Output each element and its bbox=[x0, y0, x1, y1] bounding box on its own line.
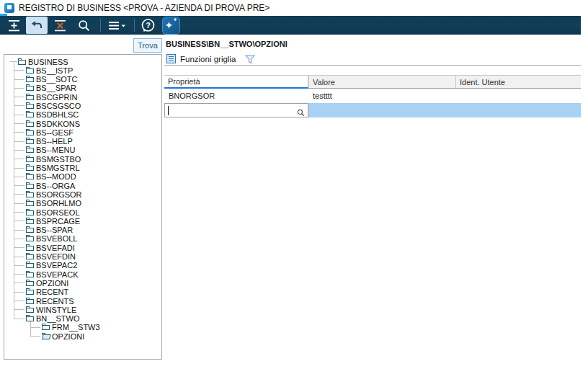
column-header-ident-utente[interactable]: Ident. Utente bbox=[455, 76, 581, 88]
tree-item-bs--gesf[interactable]: BS--GESF bbox=[4, 128, 161, 136]
tree-item-bsvepack[interactable]: BSVEPACK bbox=[4, 270, 161, 278]
selected-row-highlight[interactable] bbox=[308, 103, 581, 117]
tree-item-bsdkkons[interactable]: BSDKKONS bbox=[4, 119, 161, 128]
tree-item-label: OPZIONI bbox=[36, 279, 68, 288]
tree-item-bs--orga[interactable]: BS--ORGA bbox=[4, 181, 161, 190]
tree-item-bsprcage[interactable]: BSPRCAGE bbox=[4, 216, 161, 225]
toolbar-separator bbox=[100, 19, 101, 32]
folder-icon bbox=[26, 271, 35, 278]
tree-item-bs__istp[interactable]: BS__ISTP bbox=[4, 66, 161, 74]
tree-item-label: BS--MENU bbox=[36, 146, 75, 154]
tree-item-business[interactable]: BUSINESS bbox=[4, 57, 161, 66]
tree-item-bsorhlmo[interactable]: BSORHLMO bbox=[4, 199, 161, 208]
tree-item-bs--spar[interactable]: BS--SPAR bbox=[4, 226, 161, 234]
properties-grid: ProprietàValoreIdent. Utente BNORGSORtes… bbox=[164, 75, 581, 118]
tree-item-bsdbhlsc[interactable]: BSDBHLSC bbox=[4, 110, 161, 119]
tree-item-bsvefdin[interactable]: BSVEFDIN bbox=[4, 252, 161, 261]
tree-item-bsmgstbo[interactable]: BSMGSTBO bbox=[4, 154, 161, 163]
folder-icon bbox=[26, 76, 35, 83]
property-search-input[interactable] bbox=[164, 103, 308, 117]
tree-item-bs--modd[interactable]: BS--MODD bbox=[4, 172, 161, 181]
menu-button[interactable] bbox=[104, 17, 129, 34]
folder-icon bbox=[26, 111, 35, 118]
folder-icon bbox=[26, 129, 35, 136]
add-button[interactable] bbox=[3, 17, 24, 34]
folder-icon bbox=[26, 244, 35, 252]
tree-item-label: BS__SOTC bbox=[36, 75, 77, 84]
tree-item-bs__spar[interactable]: BS__SPAR bbox=[4, 84, 161, 92]
grid-header: ProprietàValoreIdent. Utente bbox=[164, 75, 581, 89]
folder-icon bbox=[26, 84, 35, 92]
tree-item-label: BSORSEOL bbox=[36, 208, 80, 217]
folder-icon bbox=[26, 94, 35, 101]
tree-item-label: BSCSGSCO bbox=[36, 102, 81, 110]
tree-item-bs--help[interactable]: BS--HELP bbox=[4, 137, 161, 146]
app-window-icon bbox=[4, 3, 14, 13]
undo-icon bbox=[30, 20, 44, 31]
assistant-button[interactable]: ✦ ✦ bbox=[160, 17, 182, 34]
tree-item-winstyle[interactable]: WINSTYLE bbox=[4, 305, 161, 313]
tree-item-recent[interactable]: RECENT bbox=[4, 288, 161, 296]
tree-item-label: BSDKKONS bbox=[36, 120, 80, 128]
assistant-icon: ✦ ✦ bbox=[162, 17, 180, 35]
tree-item-bscgprin[interactable]: BSCGPRIN bbox=[4, 92, 161, 101]
grid-cell bbox=[455, 89, 581, 103]
tree-item-bsvepac2[interactable]: BSVEPAC2 bbox=[4, 261, 161, 270]
tree-item-label: FRM__STW3 bbox=[52, 323, 100, 332]
tree-item-label: BN__STWO bbox=[36, 314, 80, 323]
tree-item-bscsgsco[interactable]: BSCSGSCO bbox=[4, 101, 161, 110]
add-icon bbox=[7, 19, 21, 32]
tree-item-bsorseol[interactable]: BSORSEOL bbox=[4, 208, 161, 216]
tree-item-label: BS--SPAR bbox=[36, 226, 73, 234]
folder-icon bbox=[26, 67, 35, 74]
tree-item-bn__stwo[interactable]: BN__STWO bbox=[4, 314, 161, 323]
grid-data-row[interactable]: BNORGSORtestttt bbox=[164, 89, 581, 103]
tree-item-bs--menu[interactable]: BS--MENU bbox=[4, 146, 161, 154]
grid-cell: BNORGSOR bbox=[164, 89, 308, 103]
grid-cell: testttt bbox=[308, 89, 455, 103]
tree-item-bsvefadi[interactable]: BSVEFADI bbox=[4, 243, 161, 252]
folder-icon bbox=[26, 164, 35, 172]
svg-text:?: ? bbox=[146, 21, 151, 30]
tree-item-opzioni[interactable]: OPZIONI bbox=[4, 278, 161, 287]
find-button[interactable]: Trova bbox=[133, 38, 162, 53]
folder-icon bbox=[26, 280, 35, 287]
grid-functions-icon[interactable] bbox=[166, 54, 176, 63]
tree-item-opzioni[interactable]: OPZIONI bbox=[4, 332, 161, 340]
business-tree-panel: BUSINESSBS__ISTPBS__SOTCBS__SPARBSCGPRIN… bbox=[4, 54, 162, 360]
tree-item-label: BS--GESF bbox=[36, 128, 74, 137]
search-icon bbox=[77, 19, 91, 32]
tree-item-bsveboll[interactable]: BSVEBOLL bbox=[4, 234, 161, 243]
grid-rows: BNORGSORtestttt bbox=[164, 89, 581, 103]
lookup-search-icon[interactable] bbox=[297, 107, 305, 120]
folder-icon bbox=[26, 315, 35, 322]
tree-item-bsmgstrl[interactable]: BSMGSTRL bbox=[4, 164, 161, 172]
tree-item-label: RECENTS bbox=[36, 297, 74, 306]
column-header-valore[interactable]: Valore bbox=[308, 76, 455, 88]
cancel-button[interactable] bbox=[49, 17, 71, 34]
search-button[interactable] bbox=[73, 17, 94, 34]
folder-icon bbox=[26, 218, 35, 225]
folder-icon bbox=[26, 146, 35, 154]
help-icon: ? bbox=[141, 18, 156, 33]
tree-item-frm__stw3[interactable]: FRM__STW3 bbox=[4, 323, 161, 332]
help-button[interactable]: ? bbox=[137, 17, 159, 34]
folder-icon bbox=[26, 253, 35, 260]
folder-icon bbox=[42, 324, 50, 331]
grid-functions-label[interactable]: Funzioni griglia bbox=[180, 55, 236, 63]
column-header-propriet-[interactable]: Proprietà bbox=[164, 76, 308, 89]
business-tree: BUSINESSBS__ISTPBS__SOTCBS__SPARBSCGPRIN… bbox=[4, 57, 161, 341]
tree-item-label: BSORGSOR bbox=[36, 190, 82, 199]
folder-icon bbox=[26, 298, 35, 305]
grid-edit-row bbox=[164, 103, 581, 118]
folder-icon bbox=[26, 173, 35, 180]
tree-item-label: BSVEFADI bbox=[36, 244, 75, 252]
tree-item-bs__sotc[interactable]: BS__SOTC bbox=[4, 75, 161, 84]
cancel-icon bbox=[53, 19, 67, 32]
tree-item-recents[interactable]: RECENTS bbox=[4, 296, 161, 305]
undo-button[interactable] bbox=[26, 17, 48, 34]
tree-item-label: BSVEBOLL bbox=[36, 234, 77, 243]
tree-item-bsorgsor[interactable]: BSORGSOR bbox=[4, 190, 161, 198]
folder-icon bbox=[26, 262, 35, 269]
folder-icon bbox=[26, 200, 35, 207]
